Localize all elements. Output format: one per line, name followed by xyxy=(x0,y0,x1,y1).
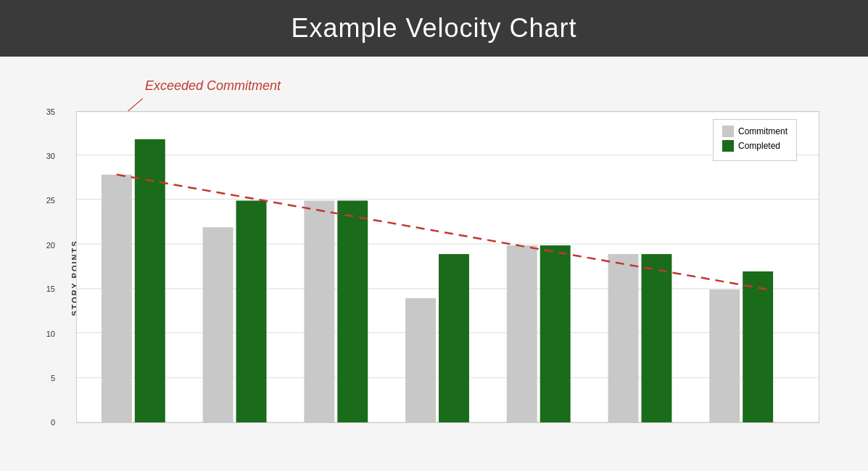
y-tick-20: 20 xyxy=(46,241,55,250)
chart-legend: Commitment Completed xyxy=(713,119,797,161)
bar-s1-commit xyxy=(102,175,132,422)
chart-title: Example Velocity Chart xyxy=(0,0,868,57)
y-tick-15: 15 xyxy=(46,284,55,293)
y-tick-10: 10 xyxy=(46,329,55,338)
legend-completed-color xyxy=(722,140,734,152)
svg-rect-20 xyxy=(507,245,537,422)
y-tick-5: 5 xyxy=(51,374,55,382)
bar-s1-complete xyxy=(135,139,165,422)
svg-line-26 xyxy=(117,175,768,290)
svg-rect-16 xyxy=(304,200,334,422)
svg-rect-21 xyxy=(540,245,571,422)
legend-commitment-color xyxy=(722,126,734,137)
legend-commitment: Commitment xyxy=(722,126,788,137)
svg-rect-19 xyxy=(439,254,469,422)
chart-plot-area: Sprint 1 Sprint 2 Sprint 3 Sprint 4 Spri… xyxy=(76,111,819,423)
svg-rect-25 xyxy=(743,271,773,422)
legend-completed-label: Completed xyxy=(738,141,780,151)
svg-rect-23 xyxy=(641,254,671,422)
svg-rect-22 xyxy=(608,254,639,422)
svg-rect-24 xyxy=(709,290,740,422)
y-tick-30: 30 xyxy=(46,152,55,160)
chart-area: Exceeded Commitment Met Commitment Dropp… xyxy=(0,57,868,471)
annotation-exceeded: Exceeded Commitment xyxy=(145,78,281,94)
svg-rect-15 xyxy=(236,200,267,422)
chart-container: STORY POINTS xyxy=(36,111,834,445)
legend-completed: Completed xyxy=(722,140,788,152)
y-tick-25: 25 xyxy=(46,196,55,205)
legend-commitment-label: Commitment xyxy=(738,126,788,136)
svg-rect-18 xyxy=(405,298,436,422)
svg-rect-14 xyxy=(203,227,233,422)
svg-rect-17 xyxy=(337,200,368,422)
y-tick-0: 0 xyxy=(51,418,55,427)
y-tick-35: 35 xyxy=(46,107,55,116)
chart-svg: Sprint 1 Sprint 2 Sprint 3 Sprint 4 Spri… xyxy=(77,112,819,422)
